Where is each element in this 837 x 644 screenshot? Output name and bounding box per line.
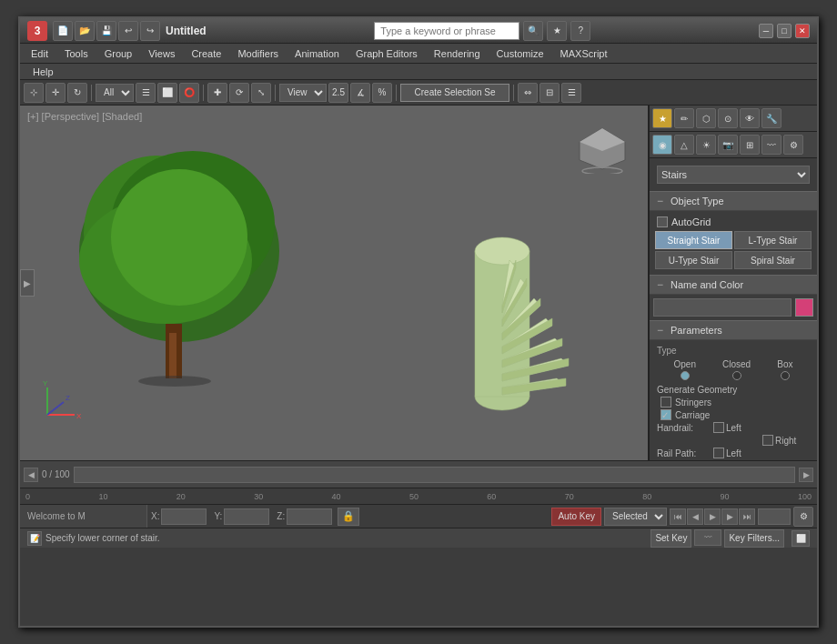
box-radio[interactable]	[781, 371, 790, 380]
menu-create[interactable]: Create	[184, 46, 228, 61]
menu-help[interactable]: Help	[27, 65, 59, 78]
go-to-start-btn[interactable]: ⏮	[670, 508, 686, 525]
ruler-mark-0: 0	[25, 492, 30, 501]
carriage-checkbox[interactable]: ✓	[661, 409, 671, 420]
closed-radio[interactable]	[732, 371, 741, 380]
lights-icon[interactable]: ☀	[696, 135, 716, 155]
next-frame-btn[interactable]: ▶	[721, 508, 738, 525]
key-curve-icon: 〰	[694, 529, 721, 546]
menu-maxscript[interactable]: MAXScript	[553, 46, 615, 61]
menu-graph-editors[interactable]: Graph Editors	[348, 46, 425, 61]
go-to-end-btn[interactable]: ⏭	[739, 508, 755, 525]
stairs-dropdown[interactable]: Stairs	[657, 166, 810, 184]
open-radio[interactable]	[681, 371, 690, 380]
search-icon[interactable]: 🔍	[523, 21, 543, 41]
maximize-button[interactable]: □	[777, 24, 792, 38]
snap-toggle-icon[interactable]: 2.5	[328, 83, 348, 103]
rail-path-left-checkbox[interactable]	[713, 448, 724, 458]
menu-edit[interactable]: Edit	[24, 46, 55, 61]
keyword-search-input[interactable]	[374, 22, 519, 40]
help-icon[interactable]: ?	[570, 21, 590, 41]
align-icon[interactable]: ⊟	[540, 83, 560, 103]
circle-select-icon[interactable]: ⭕	[179, 83, 199, 103]
create-panel-icon[interactable]: ★	[652, 108, 672, 128]
rect-select-icon[interactable]: ⬜	[157, 83, 177, 103]
view-select[interactable]: View	[279, 84, 327, 102]
viewport-expand-arrow[interactable]: ▶	[20, 269, 35, 297]
menu-views[interactable]: Views	[141, 46, 182, 61]
scale-icon[interactable]: ⤡	[251, 83, 271, 103]
parameters-collapse[interactable]: −	[657, 324, 663, 337]
angle-snap-icon[interactable]: ∡	[350, 83, 370, 103]
layer-icon[interactable]: ☰	[561, 83, 581, 103]
name-color-collapse[interactable]: −	[657, 278, 663, 291]
y-input[interactable]	[224, 508, 269, 525]
filter-select[interactable]: All	[96, 84, 134, 102]
object-name-input[interactable]	[653, 298, 792, 317]
3d-scene: X Y Z	[20, 106, 648, 460]
object-type-collapse[interactable]: −	[657, 195, 663, 207]
autogrid-checkbox[interactable]	[657, 216, 668, 227]
spiral-stair-button[interactable]: Spiral Stair	[734, 251, 812, 269]
timeline-prev-btn[interactable]: ◀	[24, 468, 38, 482]
frame-input[interactable]: 0	[758, 508, 791, 525]
viewport[interactable]: [+] [Perspective] [Shaded]	[20, 106, 649, 460]
spacewarps-icon[interactable]: 〰	[761, 135, 782, 155]
systems-icon[interactable]: ⚙	[783, 135, 803, 155]
rotate-icon[interactable]: ↻	[67, 83, 87, 103]
move-icon[interactable]: ✛	[45, 83, 66, 103]
minimize-button[interactable]: ─	[759, 24, 773, 38]
utilities-panel-icon[interactable]: 🔧	[761, 108, 782, 128]
utype-stair-button[interactable]: U-Type Stair	[655, 251, 732, 269]
object-color-swatch[interactable]	[795, 298, 813, 317]
timeline-track[interactable]	[74, 467, 795, 483]
status-lock-icon[interactable]: ⬜	[792, 530, 810, 547]
bookmark-icon[interactable]: ★	[547, 21, 567, 41]
z-input[interactable]	[287, 508, 332, 525]
handrail-right-checkbox[interactable]	[762, 435, 773, 446]
navigation-cube[interactable]	[575, 124, 630, 176]
select-icon[interactable]: ⊹	[24, 83, 44, 103]
selection-status-select[interactable]: Selected	[604, 508, 667, 526]
frame-settings-icon[interactable]: ⚙	[793, 507, 813, 527]
create-selection-button[interactable]: Create Selection Se	[400, 84, 509, 102]
menu-rendering[interactable]: Rendering	[427, 46, 488, 61]
play-btn[interactable]: ▶	[704, 508, 721, 525]
modify-panel-icon[interactable]: ✏	[674, 108, 694, 128]
prev-frame-btn[interactable]: ◀	[687, 508, 703, 525]
hierarchy-panel-icon[interactable]: ⬡	[696, 108, 716, 128]
helpers-icon[interactable]: ⊞	[740, 135, 760, 155]
stringers-checkbox[interactable]	[661, 397, 671, 408]
timeline-next-btn[interactable]: ▶	[799, 468, 813, 482]
redo-icon[interactable]: ↪	[140, 21, 160, 41]
new-file-icon[interactable]: 📄	[53, 21, 73, 41]
save-file-icon[interactable]: 💾	[96, 21, 116, 41]
menu-customize[interactable]: Customize	[489, 46, 551, 61]
undo-icon[interactable]: ↩	[118, 21, 138, 41]
autokey-button[interactable]: Auto Key	[551, 508, 601, 526]
rotate-transform-icon[interactable]: ⟳	[229, 83, 249, 103]
percent-snap-icon[interactable]: %	[372, 83, 392, 103]
motion-panel-icon[interactable]: ⊙	[718, 108, 738, 128]
rail-path-right-row: Right	[653, 459, 813, 460]
mirror-icon[interactable]: ⇔	[518, 83, 538, 103]
x-input[interactable]	[161, 508, 207, 525]
geometry-icon[interactable]: ◉	[652, 135, 672, 155]
close-button[interactable]: ✕	[795, 24, 810, 38]
menu-animation[interactable]: Animation	[287, 46, 347, 61]
ltype-stair-button[interactable]: L-Type Stair	[734, 231, 812, 249]
open-file-icon[interactable]: 📂	[75, 21, 95, 41]
select-by-name-icon[interactable]: ☰	[136, 83, 156, 103]
straight-stair-button[interactable]: Straight Stair	[655, 231, 732, 249]
menu-tools[interactable]: Tools	[57, 46, 96, 61]
menu-modifiers[interactable]: Modifiers	[230, 46, 286, 61]
shapes-icon[interactable]: △	[674, 135, 694, 155]
menu-group[interactable]: Group	[97, 46, 140, 61]
display-panel-icon[interactable]: 👁	[740, 108, 760, 128]
set-key-button[interactable]: Set Key	[650, 529, 691, 548]
cameras-icon[interactable]: 📷	[718, 135, 738, 155]
lock-icon[interactable]: 🔒	[338, 508, 359, 526]
move-transform-icon[interactable]: ✚	[207, 83, 227, 103]
handrail-left-checkbox[interactable]	[713, 422, 724, 433]
key-filters-button[interactable]: Key Filters...	[724, 529, 784, 548]
